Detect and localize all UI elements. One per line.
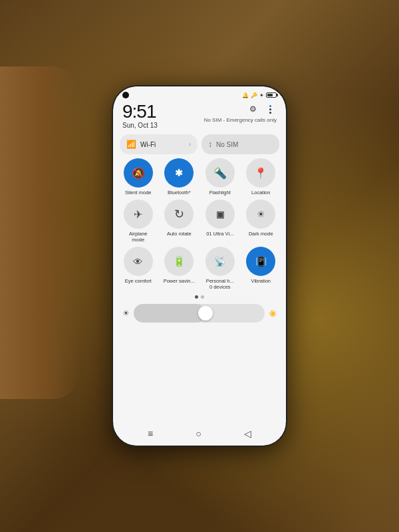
darkmode-icon: ☀ — [246, 200, 275, 229]
time-area: 9:51 Sun, Oct 13 ⚙ No SIM - Emergency ca… — [113, 100, 286, 132]
eye-comfort-label: Eye comfort — [125, 278, 152, 284]
back-button[interactable]: ◁ — [244, 428, 251, 439]
power-saving-label: Power savin... — [164, 278, 195, 284]
tile-row-3: 👁 Eye comfort 🔋 Power savin... 📡 Persona… — [120, 247, 279, 290]
phone-screen: 🔔 🔑 ✦ 9:51 Sun, Oct 13 ⚙ — [113, 86, 286, 446]
flashlight-tile[interactable]: 🔦 Flashlight — [201, 158, 239, 196]
pagination-dots — [120, 295, 279, 299]
battery-fill — [267, 94, 273, 96]
wide-tiles-row: 📶 Wi-Fi › ↕ No SIM — [120, 134, 279, 154]
airplane-label: Airplanemode — [129, 231, 148, 243]
time-block: 9:51 Sun, Oct 13 — [122, 102, 158, 129]
bluetooth-status-icon: ✦ — [259, 92, 264, 98]
brightness-fill — [134, 304, 205, 323]
tile-row-1: 🔕 Silent mode ✱ Bluetooth* 🔦 Flashlight … — [120, 158, 279, 196]
vibration-label: Vibration — [251, 278, 271, 284]
ultra-tile[interactable]: ▣ 01 Ultra Vi... — [201, 200, 239, 243]
vibration-icon: 📳 — [246, 247, 275, 276]
silent-mode-label: Silent mode — [125, 190, 152, 196]
settings-icon[interactable]: ⚙ — [246, 102, 259, 116]
bluetooth-tile[interactable]: ✱ Bluetooth* — [161, 158, 198, 196]
nosim-label: No SIM — [216, 141, 238, 148]
ultra-icon: ▣ — [205, 200, 235, 229]
silent-mode-tile[interactable]: 🔕 Silent mode — [120, 158, 157, 196]
hand-silhouette — [0, 66, 80, 399]
camera-hole — [122, 92, 129, 98]
power-saving-tile[interactable]: 🔋 Power savin... — [161, 247, 198, 290]
brightness-max-icon: ☀️ — [269, 310, 277, 317]
location-label: Location — [251, 190, 270, 196]
phone-device: 🔔 🔑 ✦ 9:51 Sun, Oct 13 ⚙ — [113, 86, 286, 446]
dot-2 — [201, 295, 204, 299]
bottom-nav: ≡ ○ ◁ — [113, 424, 286, 446]
darkmode-label: Dark mode — [249, 231, 273, 237]
wifi-label: Wi-Fi — [140, 141, 156, 148]
nosim-tile[interactable]: ↕ No SIM — [201, 134, 279, 154]
autorotate-tile[interactable]: ↻ Auto rotate — [161, 200, 198, 243]
flashlight-label: Flashlight — [209, 190, 231, 196]
location-icon: 📍 — [246, 158, 275, 188]
brightness-row: ☀ ☀️ — [120, 304, 279, 323]
bluetooth-icon: ✱ — [164, 158, 194, 188]
silent-mode-icon: 🔕 — [124, 158, 153, 188]
dot-1 — [195, 295, 198, 299]
hotspot-tile[interactable]: 📡 Personal h...0 devices — [201, 247, 239, 290]
key-icon: 🔑 — [251, 92, 257, 98]
wifi-icon: 📶 — [126, 140, 136, 149]
wifi-tile[interactable]: 📶 Wi-Fi › — [120, 134, 198, 154]
location-tile[interactable]: 📍 Location — [243, 158, 280, 196]
clock-display: 9:51 — [122, 102, 158, 121]
more-options-icon[interactable] — [263, 102, 277, 116]
status-icons: 🔔 🔑 ✦ — [242, 92, 277, 98]
tile-row-2: ✈ Airplanemode ↻ Auto rotate ▣ 01 Ultra … — [120, 200, 279, 243]
brightness-slider[interactable] — [134, 304, 265, 323]
alarm-icon: 🔔 — [242, 92, 249, 98]
menu-button[interactable]: ≡ — [148, 428, 153, 439]
brightness-thumb — [198, 306, 213, 321]
power-saving-icon: 🔋 — [164, 247, 194, 276]
no-sim-status: No SIM - Emergency calls only — [204, 117, 277, 123]
airplane-tile[interactable]: ✈ Airplanemode — [120, 200, 157, 243]
status-bar: 🔔 🔑 ✦ — [113, 86, 286, 100]
flashlight-icon: 🔦 — [205, 158, 235, 188]
bluetooth-label: Bluetooth* — [168, 190, 191, 196]
autorotate-icon: ↻ — [164, 200, 194, 229]
home-button[interactable]: ○ — [196, 428, 201, 439]
airplane-icon: ✈ — [124, 200, 153, 229]
signal-icon: ↕ — [208, 140, 212, 149]
hotspot-icon: 📡 — [205, 247, 235, 276]
date-display: Sun, Oct 13 — [122, 122, 158, 129]
top-action-icons: ⚙ — [246, 102, 277, 116]
eye-comfort-tile[interactable]: 👁 Eye comfort — [120, 247, 157, 290]
battery-icon — [266, 92, 277, 98]
eye-comfort-icon: 👁 — [124, 247, 153, 276]
time-right-area: ⚙ No SIM - Emergency calls only — [204, 102, 277, 123]
vibration-tile[interactable]: 📳 Vibration — [243, 247, 280, 290]
darkmode-tile[interactable]: ☀ Dark mode — [243, 200, 280, 243]
ultra-label: 01 Ultra Vi... — [206, 231, 233, 237]
wifi-chevron-icon: › — [189, 141, 191, 148]
hotspot-label: Personal h...0 devices — [206, 278, 234, 290]
autorotate-label: Auto rotate — [167, 231, 192, 237]
quick-panel: 📶 Wi-Fi › ↕ No SIM 🔕 Silent mode ✱ Bluet… — [113, 132, 286, 424]
brightness-min-icon: ☀ — [122, 309, 130, 318]
